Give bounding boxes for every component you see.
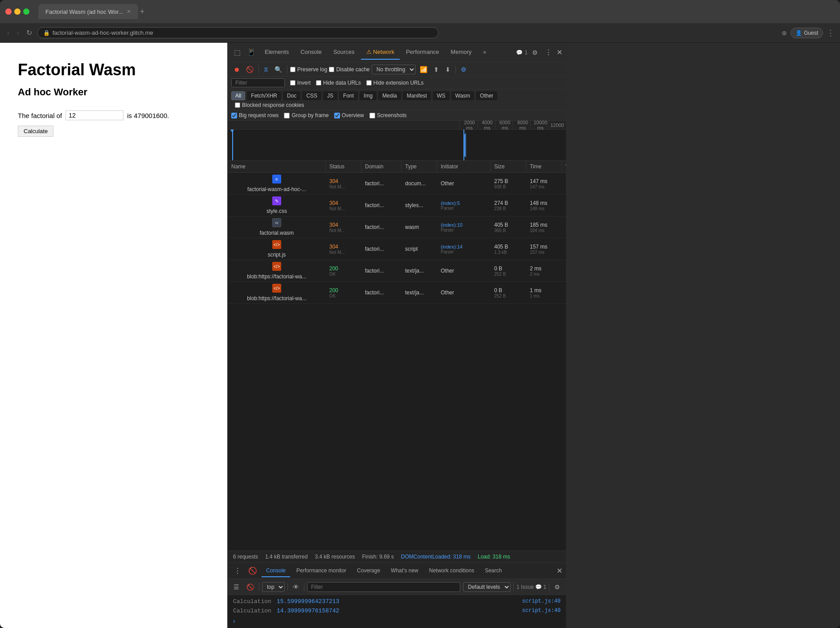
filter-input[interactable] [231,78,285,87]
filter-doc[interactable]: Doc [283,91,300,100]
tab-performance[interactable]: Performance [401,45,444,60]
network-conditions-btn[interactable]: 📶 [418,65,430,74]
disable-cache-label[interactable]: Disable cache [329,66,369,73]
filter-manifest[interactable]: Manifest [403,91,431,100]
import-har-btn[interactable]: ⬆ [431,65,441,74]
record-button[interactable]: ⏺ [231,65,242,74]
hide-data-urls-checkbox[interactable] [316,80,321,86]
devtools-inspect-btn[interactable]: ⬚ [231,46,243,58]
console-tab-network-conditions[interactable]: Network conditions [425,565,479,577]
preserve-log-checkbox[interactable] [290,67,295,72]
forward-button[interactable]: › [15,27,20,39]
back-button[interactable]: ‹ [5,27,11,39]
tab-close-btn[interactable]: ✕ [127,8,131,15]
devtools-device-btn[interactable]: 📱 [244,46,258,58]
console-filter-input[interactable] [307,582,460,592]
tab-console[interactable]: Console [295,45,327,60]
guest-button[interactable]: 👤 Guest [791,28,823,38]
hide-ext-urls-label[interactable]: Hide extension URLs [366,80,424,86]
blocked-response-cookies-checkbox[interactable] [235,102,240,108]
filter-media[interactable]: Media [378,91,401,100]
settings-button[interactable]: ⚙ [529,47,541,58]
clear-button[interactable]: 🚫 [244,65,256,74]
blocked-response-cookies-label[interactable]: Blocked response cookies [235,102,304,108]
group-by-frame-checkbox[interactable] [284,113,290,118]
preserve-log-label[interactable]: Preserve log [290,66,327,73]
levels-select[interactable]: Default levels [463,582,511,592]
screenshots-checkbox[interactable] [369,113,375,118]
table-row[interactable]: ≡ factorial-wasm-ad-hoc-... 304 Not M...… [228,173,566,195]
filter-font[interactable]: Font [339,91,358,100]
console-prompt[interactable]: › [228,616,566,626]
maximize-traffic-light[interactable] [23,8,29,15]
th-type[interactable]: Type [402,161,437,172]
th-status[interactable]: Status [326,161,361,172]
timeline-graph[interactable] [228,130,566,161]
tab-sources[interactable]: Sources [328,45,360,60]
console-tab-coverage[interactable]: Coverage [352,565,385,577]
eye-btn[interactable]: 👁 [291,582,301,592]
console-expand-btn[interactable]: ⋮ [231,565,244,577]
th-time[interactable]: Time [526,161,562,172]
console-sidebar-btn[interactable]: ☰ [231,582,242,592]
console-source-1[interactable]: script.js:40 [522,598,561,604]
tab-more[interactable]: » [478,45,492,60]
group-by-frame-label[interactable]: Group by frame [284,112,328,118]
search-button[interactable]: 🔍 [272,65,284,74]
more-options-button[interactable]: ⋮ [827,28,835,38]
console-clear2-btn[interactable]: 🚫 [244,582,256,592]
th-size[interactable]: Size [491,161,526,172]
th-domain[interactable]: Domain [361,161,402,172]
filter-img[interactable]: Img [360,91,377,100]
hide-ext-urls-checkbox[interactable] [366,80,372,86]
throttle-select[interactable]: No throttling [372,65,416,74]
close-traffic-light[interactable] [5,8,12,15]
console-tab-console[interactable]: Console [262,565,290,577]
console-close-btn[interactable]: ✕ [557,567,562,575]
invert-checkbox[interactable] [290,80,295,86]
console-tab-whats-new[interactable]: What's new [386,565,423,577]
filter-ws[interactable]: WS [433,91,449,100]
th-waterfall[interactable]: Waterfall [562,161,566,172]
devtools-close-button[interactable]: ✕ [557,48,562,57]
table-row[interactable]: </> blob:https://factorial-wa... 200 OK … [228,282,566,304]
overview-checkbox[interactable] [334,113,340,118]
customize-button[interactable]: ⋮ [542,46,555,58]
table-row[interactable]: </> blob:https://factorial-wa... 200 OK … [228,260,566,282]
th-name[interactable]: Name [228,161,326,172]
overview-label[interactable]: Overview [334,112,364,118]
hide-data-urls-label[interactable]: Hide data URLs [316,80,361,86]
console-settings-btn[interactable]: ⚙ [552,582,562,592]
browser-tab[interactable]: Factorial Wasm (ad hoc Wor... ✕ [38,4,138,19]
console-tab-search[interactable]: Search [480,565,506,577]
tab-elements[interactable]: Elements [259,45,294,60]
big-request-rows-checkbox[interactable] [231,113,237,118]
invert-label[interactable]: Invert [290,80,311,86]
table-row[interactable]: </> script.js 304 Not M... factori... sc… [228,238,566,260]
console-tab-performance-monitor[interactable]: Performance monitor [292,565,351,577]
context-select[interactable]: top [262,582,285,592]
filter-button[interactable]: ⧖ [262,64,270,74]
calculate-button[interactable]: Calculate [18,126,53,137]
table-row[interactable]: ✎ style.css 304 Not M... factori... styl… [228,195,566,216]
filter-wasm[interactable]: Wasm [451,91,475,100]
new-tab-button[interactable]: + [140,7,145,16]
filter-other[interactable]: Other [476,91,497,100]
tab-network[interactable]: Network [361,45,400,60]
filter-all[interactable]: All [231,91,245,100]
disable-cache-checkbox[interactable] [329,67,334,72]
factorial-input[interactable] [66,110,123,120]
table-row[interactable]: W factorial.wasm 304 Not M... factori...… [228,216,566,238]
minimize-traffic-light[interactable] [14,8,20,15]
tab-memory[interactable]: Memory [445,45,477,60]
console-clear-btn[interactable]: 🚫 [246,565,260,577]
th-initiator[interactable]: Initiator [437,161,491,172]
filter-js[interactable]: JS [323,91,337,100]
export-har-btn[interactable]: ⬇ [443,65,453,74]
screenshots-label[interactable]: Screenshots [369,112,407,118]
filter-css[interactable]: CSS [302,91,321,100]
filter-fetch-xhr[interactable]: Fetch/XHR [247,91,281,100]
console-source-2[interactable]: script.js:40 [522,608,561,614]
zoom-btn[interactable]: ⊕ [782,29,787,37]
settings-cog-btn[interactable]: ⚙ [459,65,469,74]
